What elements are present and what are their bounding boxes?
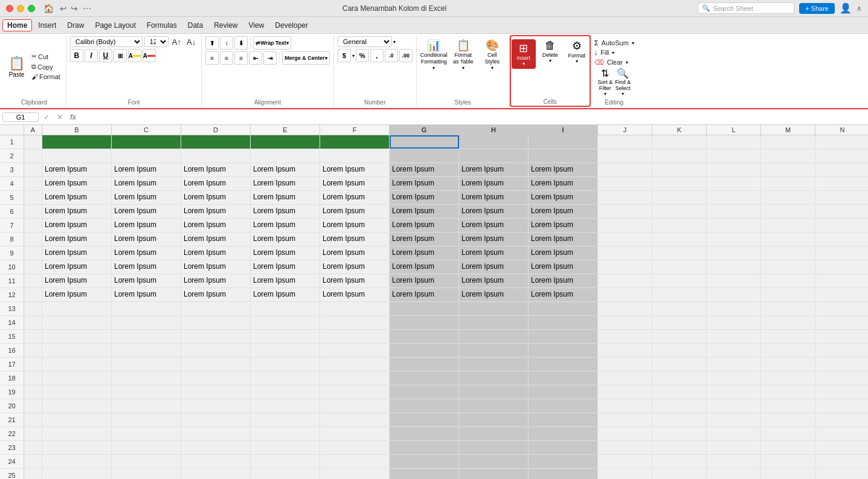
grid-cell[interactable] xyxy=(815,413,868,426)
grid-cell[interactable] xyxy=(42,469,112,479)
grid-cell[interactable]: Lorem Ipsum xyxy=(251,205,320,218)
grid-cell[interactable] xyxy=(761,246,815,260)
col-header-k[interactable]: K xyxy=(652,125,707,135)
grid-cell[interactable]: Lorem Ipsum xyxy=(529,274,598,288)
decrease-decimal-button[interactable]: .0 xyxy=(385,49,398,62)
format-painter-button[interactable]: 🖌 Format xyxy=(30,72,62,81)
redo-icon[interactable]: ↪ xyxy=(71,4,78,13)
grid-cell[interactable] xyxy=(652,427,707,440)
grid-cell[interactable] xyxy=(112,330,181,343)
grid-cell[interactable] xyxy=(24,371,42,385)
grid-cell[interactable] xyxy=(320,135,390,149)
grid-cell[interactable] xyxy=(390,385,459,399)
font-color-button[interactable]: A xyxy=(143,49,156,62)
grid-cell[interactable] xyxy=(529,371,598,385)
grid-cell[interactable] xyxy=(761,316,815,329)
grid-cell[interactable] xyxy=(761,135,815,149)
grid-cell[interactable] xyxy=(761,177,815,190)
grid-cell[interactable] xyxy=(459,316,529,329)
grid-cell[interactable] xyxy=(181,135,251,149)
grid-cell[interactable]: Lorem Ipsum xyxy=(320,191,390,204)
grid-cell[interactable] xyxy=(598,385,652,399)
grid-cell[interactable] xyxy=(181,427,251,440)
align-right-button[interactable]: ≡ xyxy=(234,51,248,65)
grid-cell[interactable] xyxy=(652,302,707,315)
grid-cell[interactable] xyxy=(251,358,320,371)
grid-cell[interactable] xyxy=(815,469,868,479)
grid-cell[interactable] xyxy=(42,371,112,385)
grid-cell[interactable] xyxy=(761,413,815,426)
grid-cell[interactable]: Lorem Ipsum xyxy=(251,274,320,288)
grid-cell[interactable] xyxy=(251,344,320,357)
grid-cell[interactable] xyxy=(320,302,390,315)
grid-cell[interactable]: Lorem Ipsum xyxy=(112,260,181,274)
cut-button[interactable]: ✂ Cut xyxy=(30,52,62,61)
grid-cell[interactable] xyxy=(251,441,320,454)
grid-cell[interactable] xyxy=(707,149,761,162)
row-number[interactable]: 10 xyxy=(0,260,24,274)
grid-cell[interactable] xyxy=(390,358,459,371)
grid-cell[interactable] xyxy=(761,330,815,343)
row-number[interactable]: 25 xyxy=(0,469,24,479)
grid-cell[interactable] xyxy=(761,191,815,204)
grid-cell[interactable]: Lorem Ipsum xyxy=(320,233,390,246)
grid-cell[interactable] xyxy=(652,344,707,357)
merge-center-button[interactable]: Merge & Center ▾ xyxy=(282,51,330,65)
grid-cell[interactable] xyxy=(251,399,320,413)
grid-cell[interactable] xyxy=(529,399,598,413)
grid-cell[interactable] xyxy=(529,358,598,371)
grid-cell[interactable]: Lorem Ipsum xyxy=(181,191,251,204)
grid-cell[interactable] xyxy=(24,288,42,301)
account-icon[interactable]: 👤 xyxy=(840,2,852,14)
grid-cell[interactable] xyxy=(815,371,868,385)
grid-cell[interactable] xyxy=(251,330,320,343)
grid-cell[interactable] xyxy=(320,149,390,162)
grid-cell[interactable]: Lorem Ipsum xyxy=(459,205,529,218)
grid-cell[interactable] xyxy=(761,358,815,371)
copy-button[interactable]: ⧉ Copy xyxy=(30,62,62,71)
menu-data[interactable]: Data xyxy=(183,19,208,31)
menu-draw[interactable]: Draw xyxy=(62,19,89,31)
grid-cell[interactable] xyxy=(652,274,707,288)
grid-cell[interactable] xyxy=(42,330,112,343)
grid-cell[interactable] xyxy=(815,441,868,454)
row-number[interactable]: 2 xyxy=(0,149,24,162)
grid-cell[interactable]: Lorem Ipsum xyxy=(459,233,529,246)
grid-cell[interactable] xyxy=(529,455,598,468)
grid-cell[interactable]: Lorem Ipsum xyxy=(181,177,251,190)
grid-cell[interactable] xyxy=(707,441,761,454)
grid-cell[interactable] xyxy=(598,288,652,301)
grid-cell[interactable] xyxy=(181,330,251,343)
grid-cell[interactable]: Lorem Ipsum xyxy=(42,177,112,190)
grid-cell[interactable] xyxy=(529,330,598,343)
grid-cell[interactable] xyxy=(112,302,181,315)
grid-cell[interactable]: Lorem Ipsum xyxy=(529,177,598,190)
grid-cell[interactable]: Lorem Ipsum xyxy=(320,288,390,301)
grid-cell[interactable] xyxy=(181,149,251,162)
grid-cell[interactable] xyxy=(112,385,181,399)
grid-cell[interactable] xyxy=(251,469,320,479)
grid-cell[interactable] xyxy=(24,316,42,329)
grid-cell[interactable] xyxy=(181,358,251,371)
grid-cell[interactable] xyxy=(24,344,42,357)
grid-cell[interactable] xyxy=(24,274,42,288)
row-number[interactable]: 22 xyxy=(0,427,24,440)
grid-cell[interactable]: Lorem Ipsum xyxy=(181,260,251,274)
grid-cell[interactable] xyxy=(529,413,598,426)
row-number[interactable]: 8 xyxy=(0,233,24,246)
col-header-a[interactable]: A xyxy=(24,125,42,135)
grid-cell[interactable] xyxy=(707,233,761,246)
indent-increase-button[interactable]: ⇥ xyxy=(263,51,277,65)
grid-cell[interactable]: Lorem Ipsum xyxy=(112,177,181,190)
grid-cell[interactable] xyxy=(251,135,320,149)
grid-cell[interactable] xyxy=(459,469,529,479)
delete-button[interactable]: 🗑 Delete ▾ xyxy=(538,39,562,63)
grid-cell[interactable]: Lorem Ipsum xyxy=(459,177,529,190)
grid-cell[interactable] xyxy=(707,399,761,413)
grid-cell[interactable] xyxy=(761,455,815,468)
grid-cell[interactable] xyxy=(707,385,761,399)
grid-cell[interactable] xyxy=(652,358,707,371)
grid-cell[interactable] xyxy=(459,344,529,357)
grid-cell[interactable] xyxy=(251,302,320,315)
grid-cell[interactable]: Lorem Ipsum xyxy=(529,219,598,232)
